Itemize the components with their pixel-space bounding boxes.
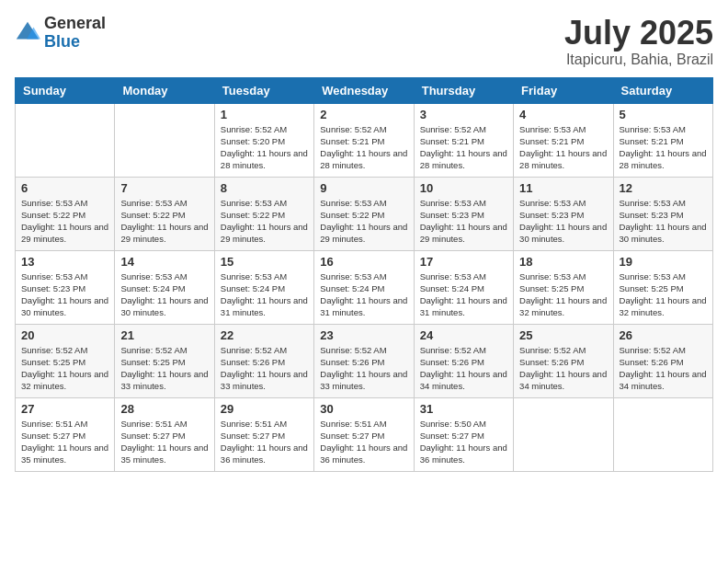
day-info: Sunrise: 5:52 AM Sunset: 5:25 PM Dayligh… [120, 344, 208, 393]
calendar-day-cell: 30Sunrise: 5:51 AM Sunset: 5:27 PM Dayli… [314, 397, 414, 471]
calendar-week-row: 27Sunrise: 5:51 AM Sunset: 5:27 PM Dayli… [16, 397, 713, 471]
calendar-day-cell: 31Sunrise: 5:50 AM Sunset: 5:27 PM Dayli… [414, 397, 513, 471]
day-number: 6 [21, 181, 108, 195]
day-info: Sunrise: 5:53 AM Sunset: 5:24 PM Dayligh… [320, 270, 407, 319]
logo-general-text: General [44, 15, 106, 33]
day-info: Sunrise: 5:53 AM Sunset: 5:22 PM Dayligh… [221, 197, 308, 246]
day-info: Sunrise: 5:51 AM Sunset: 5:27 PM Dayligh… [320, 418, 407, 466]
day-number: 31 [420, 402, 507, 416]
calendar-day-cell: 25Sunrise: 5:52 AM Sunset: 5:26 PM Dayli… [514, 324, 613, 397]
calendar-day-cell: 24Sunrise: 5:52 AM Sunset: 5:26 PM Dayli… [414, 324, 513, 397]
day-number: 24 [420, 328, 507, 342]
day-number: 22 [221, 328, 308, 342]
day-info: Sunrise: 5:52 AM Sunset: 5:26 PM Dayligh… [420, 344, 507, 393]
calendar-day-cell: 9Sunrise: 5:53 AM Sunset: 5:22 PM Daylig… [314, 177, 414, 250]
day-info: Sunrise: 5:53 AM Sunset: 5:24 PM Dayligh… [120, 270, 208, 319]
day-number: 28 [120, 402, 208, 416]
calendar-day-cell: 22Sunrise: 5:52 AM Sunset: 5:26 PM Dayli… [214, 324, 313, 397]
calendar-day-cell: 10Sunrise: 5:53 AM Sunset: 5:23 PM Dayli… [414, 177, 513, 250]
day-number: 15 [221, 255, 308, 269]
day-number: 9 [320, 181, 407, 195]
day-info: Sunrise: 5:51 AM Sunset: 5:27 PM Dayligh… [221, 418, 308, 466]
day-of-week-header: Wednesday [314, 77, 414, 103]
calendar-day-cell: 5Sunrise: 5:53 AM Sunset: 5:21 PM Daylig… [613, 103, 712, 177]
calendar-day-cell [613, 397, 712, 471]
calendar-day-cell [514, 397, 613, 471]
calendar-day-cell: 16Sunrise: 5:53 AM Sunset: 5:24 PM Dayli… [314, 250, 414, 324]
day-info: Sunrise: 5:52 AM Sunset: 5:26 PM Dayligh… [320, 344, 407, 393]
calendar-day-cell: 23Sunrise: 5:52 AM Sunset: 5:26 PM Dayli… [314, 324, 414, 397]
calendar-day-cell: 13Sunrise: 5:53 AM Sunset: 5:23 PM Dayli… [16, 250, 115, 324]
day-number: 25 [519, 328, 607, 342]
day-info: Sunrise: 5:51 AM Sunset: 5:27 PM Dayligh… [21, 418, 108, 466]
day-info: Sunrise: 5:52 AM Sunset: 5:21 PM Dayligh… [420, 123, 507, 172]
day-info: Sunrise: 5:53 AM Sunset: 5:24 PM Dayligh… [420, 270, 507, 319]
day-number: 14 [120, 255, 208, 269]
calendar-day-cell: 7Sunrise: 5:53 AM Sunset: 5:22 PM Daylig… [115, 177, 214, 250]
logo-blue-text: Blue [44, 33, 106, 52]
day-number: 26 [620, 328, 707, 342]
day-info: Sunrise: 5:53 AM Sunset: 5:22 PM Dayligh… [21, 197, 108, 246]
day-info: Sunrise: 5:53 AM Sunset: 5:22 PM Dayligh… [120, 197, 208, 246]
calendar-day-cell: 15Sunrise: 5:53 AM Sunset: 5:24 PM Dayli… [214, 250, 313, 324]
calendar-day-cell: 6Sunrise: 5:53 AM Sunset: 5:22 PM Daylig… [16, 177, 115, 250]
day-info: Sunrise: 5:52 AM Sunset: 5:20 PM Dayligh… [221, 123, 308, 172]
day-info: Sunrise: 5:52 AM Sunset: 5:21 PM Dayligh… [320, 123, 407, 172]
calendar-day-cell: 28Sunrise: 5:51 AM Sunset: 5:27 PM Dayli… [115, 397, 214, 471]
calendar-day-cell: 8Sunrise: 5:53 AM Sunset: 5:22 PM Daylig… [214, 177, 313, 250]
calendar-day-cell: 2Sunrise: 5:52 AM Sunset: 5:21 PM Daylig… [314, 103, 414, 177]
day-number: 29 [221, 402, 308, 416]
day-number: 18 [519, 255, 607, 269]
day-number: 10 [420, 181, 507, 195]
calendar-day-cell: 20Sunrise: 5:52 AM Sunset: 5:25 PM Dayli… [16, 324, 115, 397]
calendar-day-cell: 21Sunrise: 5:52 AM Sunset: 5:25 PM Dayli… [115, 324, 214, 397]
day-number: 19 [620, 255, 707, 269]
day-number: 4 [519, 108, 607, 121]
day-number: 5 [620, 108, 707, 121]
day-info: Sunrise: 5:53 AM Sunset: 5:21 PM Dayligh… [519, 123, 607, 172]
day-of-week-header: Thursday [414, 77, 513, 103]
day-info: Sunrise: 5:53 AM Sunset: 5:25 PM Dayligh… [620, 270, 707, 319]
day-number: 27 [21, 402, 108, 416]
day-info: Sunrise: 5:51 AM Sunset: 5:27 PM Dayligh… [120, 418, 208, 466]
day-info: Sunrise: 5:52 AM Sunset: 5:26 PM Dayligh… [519, 344, 607, 393]
calendar-day-cell: 4Sunrise: 5:53 AM Sunset: 5:21 PM Daylig… [514, 103, 613, 177]
calendar-week-row: 1Sunrise: 5:52 AM Sunset: 5:20 PM Daylig… [16, 103, 713, 177]
day-info: Sunrise: 5:53 AM Sunset: 5:23 PM Dayligh… [420, 197, 507, 246]
calendar-day-cell: 11Sunrise: 5:53 AM Sunset: 5:23 PM Dayli… [514, 177, 613, 250]
calendar-day-cell: 3Sunrise: 5:52 AM Sunset: 5:21 PM Daylig… [414, 103, 513, 177]
day-number: 7 [120, 181, 208, 195]
day-number: 16 [320, 255, 407, 269]
calendar-day-cell: 19Sunrise: 5:53 AM Sunset: 5:25 PM Dayli… [613, 250, 712, 324]
day-info: Sunrise: 5:53 AM Sunset: 5:23 PM Dayligh… [620, 197, 707, 246]
day-of-week-header: Tuesday [214, 77, 313, 103]
day-info: Sunrise: 5:53 AM Sunset: 5:23 PM Dayligh… [519, 197, 607, 246]
calendar-day-cell: 18Sunrise: 5:53 AM Sunset: 5:25 PM Dayli… [514, 250, 613, 324]
calendar-week-row: 20Sunrise: 5:52 AM Sunset: 5:25 PM Dayli… [16, 324, 713, 397]
page-header: General Blue July 2025 Itapicuru, Bahia,… [15, 15, 713, 68]
month-year-title: July 2025 [564, 15, 713, 52]
day-number: 23 [320, 328, 407, 342]
logo-text: General Blue [44, 15, 106, 52]
day-number: 20 [21, 328, 108, 342]
day-info: Sunrise: 5:53 AM Sunset: 5:21 PM Dayligh… [620, 123, 707, 172]
calendar-day-cell: 17Sunrise: 5:53 AM Sunset: 5:24 PM Dayli… [414, 250, 513, 324]
calendar-day-cell: 12Sunrise: 5:53 AM Sunset: 5:23 PM Dayli… [613, 177, 712, 250]
day-info: Sunrise: 5:52 AM Sunset: 5:26 PM Dayligh… [221, 344, 308, 393]
calendar-table: SundayMondayTuesdayWednesdayThursdayFrid… [15, 77, 713, 472]
day-info: Sunrise: 5:53 AM Sunset: 5:25 PM Dayligh… [519, 270, 607, 319]
location-subtitle: Itapicuru, Bahia, Brazil [564, 52, 713, 68]
day-number: 30 [320, 402, 407, 416]
day-info: Sunrise: 5:52 AM Sunset: 5:25 PM Dayligh… [21, 344, 108, 393]
day-info: Sunrise: 5:53 AM Sunset: 5:24 PM Dayligh… [221, 270, 308, 319]
day-number: 11 [519, 181, 607, 195]
calendar-day-cell: 29Sunrise: 5:51 AM Sunset: 5:27 PM Dayli… [214, 397, 313, 471]
day-number: 21 [120, 328, 208, 342]
day-of-week-header: Sunday [16, 77, 115, 103]
day-info: Sunrise: 5:50 AM Sunset: 5:27 PM Dayligh… [420, 418, 507, 466]
calendar-day-cell: 27Sunrise: 5:51 AM Sunset: 5:27 PM Dayli… [16, 397, 115, 471]
day-number: 17 [420, 255, 507, 269]
calendar-week-row: 13Sunrise: 5:53 AM Sunset: 5:23 PM Dayli… [16, 250, 713, 324]
day-info: Sunrise: 5:53 AM Sunset: 5:23 PM Dayligh… [21, 270, 108, 319]
day-of-week-header: Saturday [613, 77, 712, 103]
